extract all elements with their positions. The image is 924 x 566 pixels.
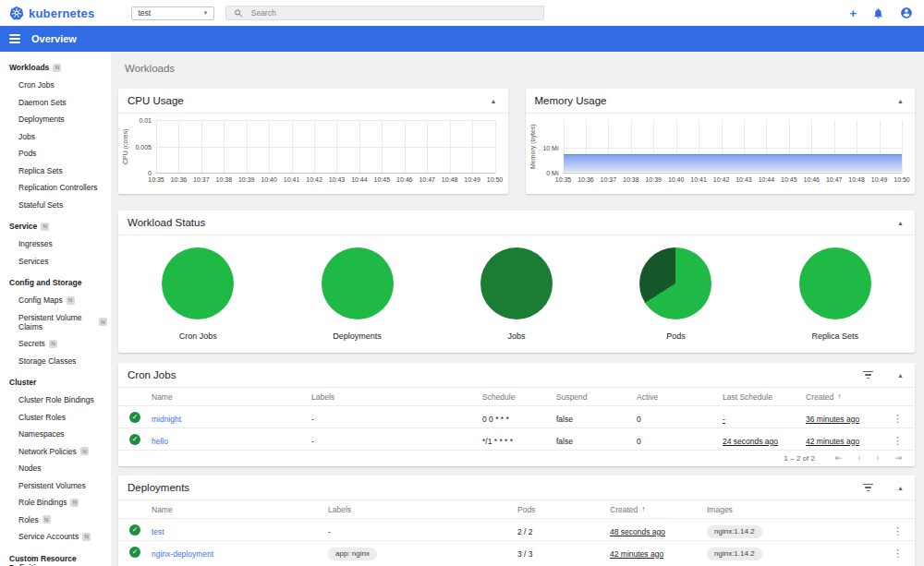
name-link[interactable]: midnight	[152, 415, 181, 424]
gridline	[405, 120, 406, 173]
cell-text: -	[328, 527, 331, 536]
cell: hello	[152, 431, 311, 448]
sidebar-item-ingresses[interactable]: Ingresses	[0, 235, 111, 253]
sidebar-item-config-maps[interactable]: Config MapsN	[0, 292, 111, 309]
row-actions-button[interactable]: ⋮	[893, 525, 903, 536]
sidebar-item-role-bindings[interactable]: Role BindingsN	[0, 494, 111, 512]
sidebar-item-network-policies[interactable]: Network PoliciesN	[0, 443, 111, 461]
sidebar-item-secrets[interactable]: SecretsN	[0, 335, 111, 353]
filter-icon[interactable]	[863, 371, 873, 379]
sidebar-item-nodes[interactable]: Nodes	[0, 460, 111, 477]
sidebar-item-persistent-volume-claims[interactable]: Persistent Volume ClaimsN	[0, 309, 111, 336]
namespace-select[interactable]: test ▼	[131, 6, 214, 20]
deployments-card: Deployments ▲ NameLabelsPodsCreated↑Imag…	[118, 476, 915, 566]
column-header-created[interactable]: Created↑	[610, 505, 707, 514]
namespaced-badge: N	[82, 533, 91, 541]
cpu-usage-card: CPU Usage ▲ CPU (cores) 0.010.0050 10:35…	[118, 89, 508, 194]
sidebar-item-replica-sets[interactable]: Replica Sets	[0, 163, 111, 180]
filter-icon[interactable]	[863, 484, 873, 492]
timestamp-link[interactable]: 42 minutes ago	[610, 549, 663, 559]
table-row: ✓nginx-deploymentapp: nginx3 / 342 minut…	[118, 540, 915, 562]
x-tick-label: 10:39	[238, 176, 255, 183]
sidebar-section-service[interactable]: ServiceN	[0, 213, 111, 235]
cell: midnight	[152, 409, 311, 426]
row-actions-button[interactable]: ⋮	[893, 435, 903, 446]
timestamp-link[interactable]: 36 minutes ago	[806, 415, 859, 424]
search-box[interactable]	[225, 6, 544, 20]
timestamp-link[interactable]: 24 seconds ago	[723, 437, 778, 446]
column-header-created[interactable]: Created↑	[806, 392, 893, 402]
notifications-button[interactable]	[872, 7, 884, 19]
cell: 36 minutes ago	[806, 409, 893, 426]
pie-chart	[639, 247, 711, 319]
sidebar-item-service-accounts[interactable]: Service AccountsN	[0, 528, 111, 546]
collapse-icon[interactable]: ▲	[895, 483, 906, 493]
x-tick-label: 10:50	[487, 176, 504, 183]
first-page-icon[interactable]: ⇤	[835, 454, 843, 463]
sidebar-item-storage-classes[interactable]: Storage Classes	[0, 353, 111, 370]
sidebar-item-namespaces[interactable]: Namespaces	[0, 426, 111, 443]
next-page-icon[interactable]: ›	[876, 454, 879, 463]
namespaced-badge: N	[80, 447, 89, 455]
sidebar-section-cluster[interactable]: Cluster	[0, 369, 111, 391]
name-link[interactable]: nginx-deployment	[152, 549, 213, 559]
gridline	[201, 120, 202, 173]
sidebar-item-services[interactable]: Services	[0, 253, 111, 271]
namespaced-badge: N	[43, 515, 51, 524]
collapse-icon[interactable]: ▲	[895, 96, 906, 106]
timestamp-link[interactable]: 48 seconds ago	[610, 527, 665, 536]
sidebar-item-label: Nodes	[18, 464, 42, 473]
name-link[interactable]: hello	[152, 437, 168, 446]
timestamp-link[interactable]: 42 minutes ago	[806, 437, 859, 446]
sidebar-section-workloads[interactable]: WorkloadsN	[0, 54, 111, 77]
workload-pie-replica-sets: Replica Sets	[756, 247, 915, 341]
workload-status-card: Workload Status ▲ Cron JobsDeploymentsJo…	[118, 211, 915, 353]
collapse-icon[interactable]: ▲	[895, 218, 906, 228]
search-input[interactable]	[251, 8, 537, 18]
sidebar-item-cluster-role-bindings[interactable]: Cluster Role Bindings	[0, 391, 111, 409]
namespaced-badge: N	[67, 296, 75, 305]
x-tick-label: 10:39	[645, 176, 662, 183]
collapse-icon[interactable]: ▲	[895, 370, 906, 380]
row-actions-button[interactable]: ⋮	[893, 413, 903, 424]
x-tick-label: 10:46	[396, 176, 413, 183]
sort-ascending-icon[interactable]: ↑	[641, 505, 645, 513]
sidebar-item-persistent-volumes[interactable]: Persistent Volumes	[0, 477, 111, 495]
sidebar-section-config-and-storage[interactable]: Config and Storage	[0, 270, 111, 292]
sort-ascending-icon[interactable]: ↑	[837, 392, 841, 401]
row-actions-button[interactable]: ⋮	[893, 548, 903, 559]
x-tick-label: 10:43	[736, 176, 752, 183]
last-page-icon[interactable]: ⇥	[894, 454, 902, 463]
sidebar-item-pods[interactable]: Pods	[0, 145, 111, 163]
sidebar-item-daemon-sets[interactable]: Daemon Sets	[0, 94, 111, 112]
cron-jobs-title: Cron Jobs	[128, 369, 863, 380]
kubernetes-logo[interactable]: kubernetes	[0, 6, 103, 20]
chevron-down-icon: ▼	[202, 10, 208, 16]
sidebar-item-stateful-sets[interactable]: Stateful Sets	[0, 197, 111, 214]
cell: -	[328, 522, 517, 538]
cell-text: -	[311, 437, 314, 446]
sidebar-item-replication-controllers[interactable]: Replication Controllers	[0, 179, 111, 197]
name-link[interactable]: test	[152, 527, 164, 536]
cell-text: -	[311, 415, 314, 424]
sidebar-item-cron-jobs[interactable]: Cron Jobs	[0, 77, 111, 94]
create-resource-button[interactable]: +	[849, 7, 857, 19]
sidebar-item-cluster-roles[interactable]: Cluster Roles	[0, 409, 111, 427]
menu-icon[interactable]	[9, 34, 20, 43]
timestamp-link[interactable]: -	[723, 415, 725, 424]
collapse-icon[interactable]: ▲	[489, 96, 499, 106]
previous-page-icon[interactable]: ‹	[857, 454, 860, 463]
memory-usage-title: Memory Usage	[535, 95, 896, 106]
cell-text: 3 / 3	[517, 549, 533, 559]
workload-status-pies: Cron JobsDeploymentsJobsPodsReplica Sets	[118, 235, 915, 350]
sidebar-item-deployments[interactable]: Deployments	[0, 111, 111, 128]
sidebar-item-jobs[interactable]: Jobs	[0, 128, 111, 146]
user-profile-button[interactable]	[900, 6, 913, 19]
x-tick-label: 10:41	[284, 176, 300, 183]
sidebar-section-custom-resource-definitions[interactable]: Custom Resource Definitions	[0, 546, 111, 566]
pie-chart	[480, 247, 553, 319]
sidebar-item-roles[interactable]: RolesN	[0, 512, 111, 529]
x-tick-label: 10:48	[442, 176, 458, 183]
x-tick-label: 10:42	[306, 176, 322, 183]
sidebar-item-label: Storage Classes	[18, 356, 76, 366]
